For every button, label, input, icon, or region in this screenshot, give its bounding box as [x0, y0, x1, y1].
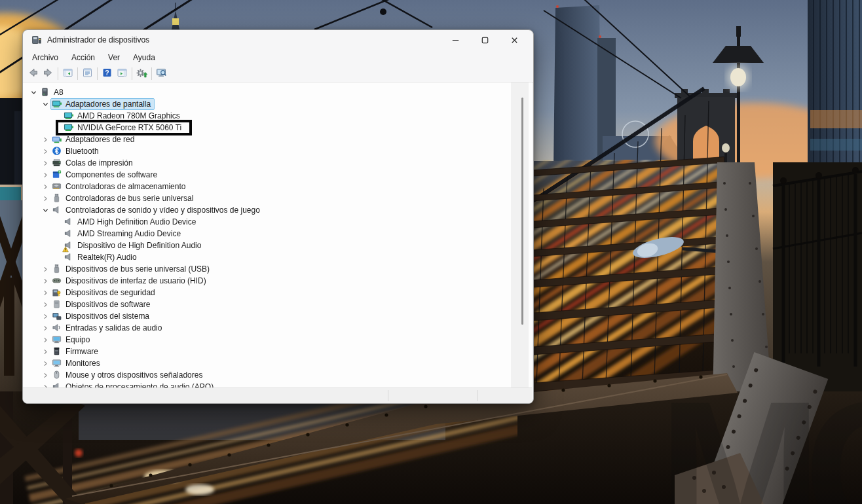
computer-icon — [40, 87, 50, 98]
maximize-button[interactable] — [470, 30, 500, 50]
chevron-right-icon[interactable] — [40, 346, 50, 357]
chevron-right-icon[interactable] — [40, 358, 50, 369]
toolbar-button-back[interactable] — [26, 66, 41, 81]
chevron-right-icon[interactable] — [40, 334, 50, 345]
toolbar-button-show-action-pane[interactable] — [115, 66, 130, 81]
printer-icon — [52, 158, 62, 168]
scrollbar-thumb[interactable] — [521, 98, 523, 325]
mouse-icon — [52, 370, 62, 380]
toolbar-button-scan-hardware-changes[interactable] — [154, 66, 169, 81]
tree-item-amd-radeon-780m-graphics[interactable]: AMD Radeon 780M Graphics — [23, 110, 532, 122]
tree-item-dispositivos-de-seguridad[interactable]: Dispositivos de seguridad — [23, 287, 532, 298]
tree-item-dispositivos-de-software[interactable]: Dispositivos de software — [23, 298, 532, 310]
tree-item-mouse-y-otros-dispositivos-senaladores[interactable]: Mouse y otros dispositivos señaladores — [23, 369, 532, 381]
device-manager-window: Administrador de dispositivos ArchivoAcc… — [22, 29, 534, 404]
audio-device-icon — [52, 205, 62, 215]
chevron-right-icon[interactable] — [40, 287, 50, 298]
indent-spacer — [52, 228, 62, 239]
security-device-icon — [52, 287, 62, 298]
vertical-scrollbar[interactable] — [511, 82, 529, 388]
audio-device-icon — [64, 217, 74, 227]
chevron-right-icon[interactable] — [40, 264, 50, 274]
chevron-down-icon[interactable] — [40, 205, 50, 215]
chevron-right-icon[interactable] — [40, 158, 50, 168]
tree-item-monitores[interactable]: Monitores — [23, 357, 532, 369]
toolbar-button-help[interactable]: ? — [100, 66, 115, 81]
tree-item-amd-high-definition-audio-device[interactable]: AMD High Definition Audio Device — [23, 216, 532, 228]
tree-item-label: Controladoras de bus serie universal — [66, 193, 193, 204]
menu-item-ver[interactable]: Ver — [102, 51, 126, 64]
tree-item-controladoras-de-almacenamiento[interactable]: Controladoras de almacenamiento — [23, 181, 532, 192]
tree-item-label: Monitores — [66, 358, 100, 369]
tree-item-adaptadores-de-pantalla[interactable]: Adaptadores de pantalla — [23, 98, 532, 110]
toolbar-button-update-driver[interactable] — [134, 66, 149, 81]
tree-item-adaptadores-de-red[interactable]: Adaptadores de red — [23, 134, 532, 145]
menu-item-accion[interactable]: Acción — [66, 51, 101, 64]
tree-item-label: AMD Radeon 780M Graphics — [77, 111, 180, 121]
forward-arrow-icon — [43, 67, 54, 80]
menu-item-archivo[interactable]: Archivo — [26, 51, 64, 64]
tree-item-label: Dispositivos de seguridad — [66, 287, 155, 298]
tree-item-dispositivos-de-bus-serie-universal-usb[interactable]: Dispositivos de bus serie universal (USB… — [23, 263, 532, 275]
window-title: Administrador de dispositivos — [47, 35, 149, 45]
action-pane-icon — [117, 67, 128, 80]
indent-spacer — [52, 111, 62, 121]
chevron-right-icon[interactable] — [40, 181, 50, 192]
storage-controller-icon — [52, 181, 62, 192]
tree-item-dispositivo-de-high-definition-audio[interactable]: Dispositivo de High Definition Audio — [23, 240, 532, 251]
watermark-text: MC — [658, 360, 862, 504]
chevron-right-icon[interactable] — [40, 311, 50, 321]
firmware-icon — [52, 346, 62, 357]
tree-item-dispositivos-del-sistema[interactable]: Dispositivos del sistema — [23, 310, 532, 322]
chevron-right-icon[interactable] — [40, 299, 50, 310]
tree-item-label: Mouse y otros dispositivos señaladores — [66, 370, 202, 380]
tree-item-a8[interactable]: A8 — [23, 86, 532, 98]
tree-item-equipo[interactable]: Equipo — [23, 334, 532, 346]
title-bar[interactable]: Administrador de dispositivos — [23, 30, 533, 50]
tree-item-componentes-de-software[interactable]: Componentes de software — [23, 169, 532, 181]
chevron-right-icon[interactable] — [40, 276, 50, 286]
chevron-right-icon[interactable] — [40, 370, 50, 380]
tree-item-controladoras-de-bus-serie-universal[interactable]: Controladoras de bus serie universal — [23, 192, 532, 204]
tree-item-label: Adaptadores de red — [66, 134, 134, 145]
toolbar-separator — [151, 67, 152, 80]
close-button[interactable] — [500, 30, 529, 50]
tree-item-firmware[interactable]: Firmware — [23, 346, 532, 357]
indent-spacer — [52, 252, 62, 262]
tree-item-label: Colas de impresión — [66, 158, 133, 168]
scan-hardware-icon — [156, 67, 167, 80]
chevron-down-icon[interactable] — [40, 99, 50, 109]
toolbar: ? — [23, 65, 533, 82]
indent-spacer — [52, 240, 62, 251]
indent-spacer — [52, 217, 62, 227]
tree-item-label: A8 — [54, 87, 64, 98]
chevron-right-icon[interactable] — [40, 146, 50, 156]
toolbar-separator — [77, 67, 78, 80]
computer-monitor-icon — [52, 334, 62, 345]
tree-item-bluetooth[interactable]: Bluetooth — [23, 145, 532, 157]
tree-item-amd-streaming-audio-device[interactable]: AMD Streaming Audio Device — [23, 228, 532, 240]
tree-item-entradas-y-salidas-de-audio[interactable]: Entradas y salidas de audio — [23, 322, 532, 334]
tree-item-dispositivos-de-interfaz-de-usuario-hid[interactable]: Dispositivos de interfaz de usuario (HID… — [23, 275, 532, 287]
toolbar-button-properties[interactable] — [80, 66, 95, 81]
desktop: MC Administrador de dispositivos Archivo… — [0, 0, 862, 504]
device-manager-icon — [31, 35, 42, 45]
toolbar-button-forward[interactable] — [41, 66, 56, 81]
menu-item-ayuda[interactable]: Ayuda — [127, 51, 161, 64]
tree-item-label: NVIDIA GeForce RTX 5060 Ti — [77, 122, 181, 133]
chevron-right-icon[interactable] — [40, 193, 50, 204]
tree-item-realtek-r-audio[interactable]: Realtek(R) Audio — [23, 251, 532, 263]
chevron-down-icon[interactable] — [28, 87, 39, 98]
chevron-right-icon[interactable] — [40, 134, 50, 145]
chevron-right-icon[interactable] — [40, 323, 50, 333]
toolbar-button-show-console-tree[interactable] — [60, 66, 75, 81]
status-bar — [23, 387, 532, 403]
chevron-right-icon[interactable] — [40, 170, 50, 180]
menu-bar: ArchivoAcciónVerAyuda — [23, 50, 533, 65]
minimize-button[interactable] — [441, 30, 470, 50]
tree-item-colas-de-impresion[interactable]: Colas de impresión — [23, 157, 532, 169]
tree-item-nvidia-geforce-rtx-5060-ti[interactable]: NVIDIA GeForce RTX 5060 Ti — [23, 122, 532, 134]
tree-item-label: AMD High Definition Audio Device — [77, 217, 196, 227]
audio-device-icon — [64, 228, 74, 239]
tree-item-controladoras-de-sonido-y-video-y-dispositivos-de-juego[interactable]: Controladoras de sonido y vídeo y dispos… — [23, 204, 532, 216]
